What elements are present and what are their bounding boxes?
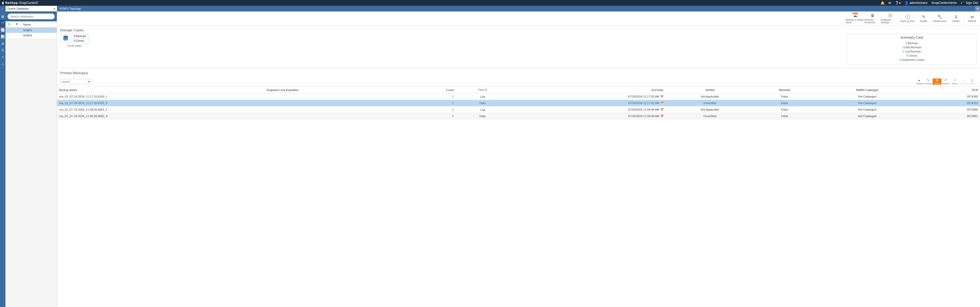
- secondbar: › Oracle Database ▾ NTAP1 Topology ✕: [0, 6, 980, 11]
- close-icon: ✕: [976, 7, 979, 10]
- topbar: ▮ NetApp SnapCenter® 🔔 ✉ ❔▾ 👤administrat…: [0, 0, 980, 6]
- chevron-down-icon: ▾: [54, 7, 55, 10]
- mail-icon: ✉: [888, 1, 891, 5]
- page-title: NTAP1 Topology: [57, 6, 84, 11]
- help-icon: ❔▾: [895, 1, 901, 5]
- messages-button[interactable]: ✉: [888, 1, 891, 5]
- user-icon: 👤: [904, 1, 908, 5]
- nav-toggle-button[interactable]: ›: [0, 6, 5, 11]
- user-menu[interactable]: 👤administrator: [904, 1, 928, 5]
- signout-icon: 📲: [961, 1, 965, 5]
- role-label[interactable]: SnapCenterAdmin: [931, 1, 957, 5]
- signout-label: Sign Out: [966, 1, 978, 5]
- brand-logo: ▮ NetApp: [2, 1, 18, 5]
- user-label: administrator: [910, 1, 928, 5]
- close-panel-button[interactable]: ✕: [975, 6, 980, 11]
- context-dropdown[interactable]: Oracle Database ▾: [5, 6, 57, 11]
- signout-button[interactable]: 📲Sign Out: [961, 1, 978, 5]
- brand-name: SnapCenter®: [19, 1, 38, 5]
- brand: ▮ NetApp SnapCenter®: [2, 1, 38, 5]
- bell-icon: 🔔: [880, 1, 885, 5]
- chevron-right-icon: ›: [2, 7, 3, 10]
- help-button[interactable]: ❔▾: [895, 1, 901, 5]
- context-label: Oracle Database: [7, 7, 29, 10]
- notifications-button[interactable]: 🔔: [880, 1, 885, 5]
